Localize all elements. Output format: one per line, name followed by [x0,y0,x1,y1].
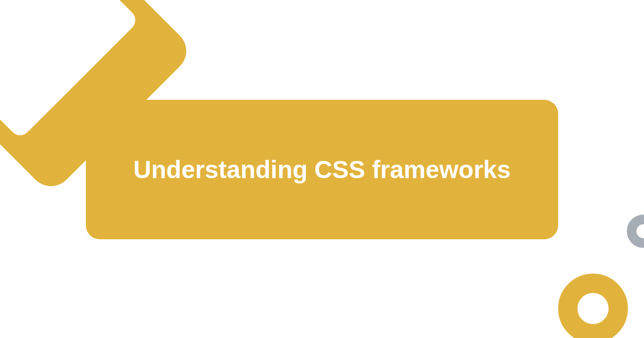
decorative-ring-gold [558,274,628,338]
page-title: Understanding CSS frameworks [134,155,511,184]
decorative-ring-gray [627,215,644,248]
title-card: Understanding CSS frameworks [86,100,558,239]
